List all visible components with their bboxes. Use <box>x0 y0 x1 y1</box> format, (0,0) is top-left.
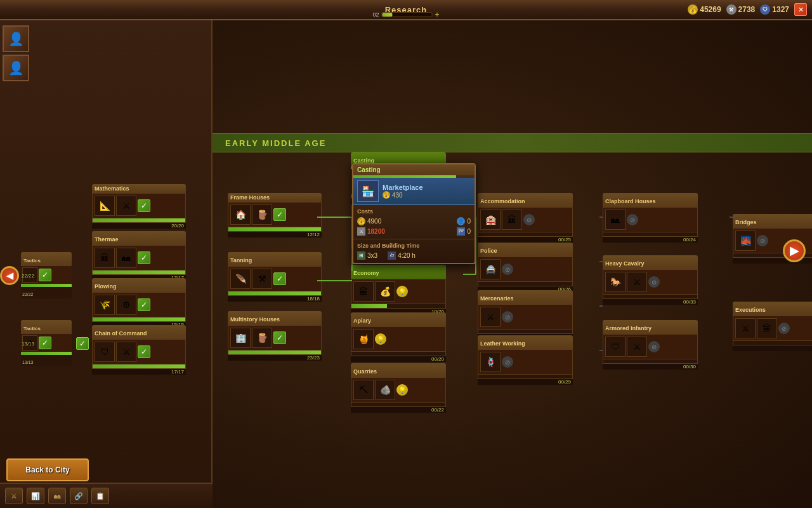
apiary-progress: 00/20 <box>431 356 444 362</box>
multistory-progress: 23/23 <box>307 355 320 361</box>
tooltip-casting-header: Casting <box>357 166 381 173</box>
size-header: Size and Building Time <box>357 243 471 249</box>
quarries-title: Quarries <box>353 368 377 375</box>
police-node[interactable]: Police 🚔 ⊘ 00/26 <box>478 243 573 292</box>
research-area: EARLY MIDDLE AGE Frame Houses 🏠 🪵 ✓ <box>213 20 812 508</box>
leather-progress: 00/29 <box>558 379 571 385</box>
cost-gold-value: 4900 <box>367 218 381 225</box>
economy-node[interactable]: Economy 🏛 💰 💡 10/26 <box>351 265 446 314</box>
cavalry-progress: 00/33 <box>683 299 696 305</box>
frame-icon2: 🪵 <box>252 204 272 225</box>
age-banner: EARLY MIDDLE AGE <box>213 133 812 152</box>
toolbar-btn-5[interactable]: 📋 <box>91 488 109 504</box>
top-bar: Research 💰 45269 ⚒ 2738 🛡 1327 ✕ 02 + <box>0 0 812 20</box>
accommodation-icon2: 🏛 <box>502 210 522 230</box>
quarries-icon2: 🪨 <box>375 380 395 400</box>
multistory-title: Multistory Houses <box>230 316 280 323</box>
apiary-node[interactable]: Apiary 🍯 💡 00/20 <box>351 312 446 362</box>
sword-icon: ⚒ <box>726 4 737 15</box>
chain-node[interactable]: Chain of Command 🛡 ⚔ ✓ 17/17 <box>92 325 186 375</box>
tanning-icon2: ⚒ <box>252 269 272 289</box>
gold-value: 45269 <box>700 5 721 14</box>
progress-fill <box>383 13 393 17</box>
quarries-icon1: ⛏ <box>353 380 374 400</box>
frame-houses-node[interactable]: Frame Houses 🏠 🪵 ✓ 12/12 <box>228 193 322 237</box>
multistory-icon1: 🏢 <box>230 328 251 348</box>
heavy-cavalry-title: Heavy Cavalry <box>605 260 645 267</box>
accommodation-lock: ⊘ <box>523 214 535 225</box>
executions-node[interactable]: Executions ⚔ 🏛 ⊘ 00/20 <box>733 302 812 351</box>
chain-icon2: ⚔ <box>116 342 136 362</box>
shield-resource: 🛡 1327 <box>760 4 789 15</box>
plus-icon[interactable]: + <box>435 10 440 19</box>
toolbar-btn-4[interactable]: 🔗 <box>70 488 88 504</box>
multistory-node[interactable]: Multistory Houses 🏢 🪵 ✓ 23/23 <box>228 311 322 361</box>
thermae-icon2: 🏘 <box>116 248 136 268</box>
avatar-2[interactable]: 👤 <box>3 55 29 81</box>
tanning-icon1: 🪶 <box>230 269 251 289</box>
tanning-progress: 18/18 <box>307 296 320 302</box>
shield-icon: 🛡 <box>760 4 770 15</box>
multistory-icon2: 🪵 <box>252 328 272 348</box>
leather-node[interactable]: Leather Working 🪢 ⊘ 00/29 <box>478 335 573 385</box>
economy-bulb: 💡 <box>396 286 408 297</box>
sword-resource: ⚒ 2738 <box>726 4 756 15</box>
leather-icon: 🪢 <box>480 352 501 372</box>
frame-icon1: 🏠 <box>230 204 251 225</box>
executions-lock: ⊘ <box>778 323 790 334</box>
frame-houses-title: Frame Houses <box>230 194 270 201</box>
plowing-check: ✓ <box>138 298 150 311</box>
police-title: Police <box>480 248 497 254</box>
tactics-left-progress: 22/22 <box>22 292 34 297</box>
cavalry-icon: 🐎 <box>605 272 625 292</box>
clapboard-node[interactable]: Clapboard Houses 🏘 ⊘ 00/24 <box>603 193 698 243</box>
cost-gold-icon: 💰 <box>357 217 365 225</box>
apiary-bulb: 💡 <box>375 333 386 345</box>
thermae-node[interactable]: Thermae 🏛 🏘 ✓ 17/17 <box>92 231 186 281</box>
accommodation-title: Accommodation <box>480 198 525 204</box>
accommodation-progress: 00/25 <box>558 237 571 243</box>
toolbar-btn-2[interactable]: 📊 <box>27 488 44 504</box>
toolbar-btn-3[interactable]: 🏘 <box>48 488 66 504</box>
age-label: EARLY MIDDLE AGE <box>225 138 326 148</box>
quarries-node[interactable]: Quarries ⛏ 🪨 💡 00/22 <box>351 363 446 413</box>
research-progress-bar <box>382 12 433 17</box>
progress-label: 02 <box>372 11 379 18</box>
mercenaries-node[interactable]: Mercenaries ⚔ ⊘ 00/26 <box>478 290 573 340</box>
marketplace-name: Marketplace <box>383 184 423 191</box>
executions-icon1: ⚔ <box>735 318 756 338</box>
quarries-bulb: 💡 <box>396 384 408 396</box>
mathematics-node[interactable]: Mathematics 📐 ⚔ ✓ 20/20 <box>92 184 186 229</box>
tanning-node[interactable]: Tanning 🪶 ⚒ ✓ 18/18 <box>228 252 322 302</box>
close-button[interactable]: ✕ <box>794 3 807 16</box>
leather-title: Leather Working <box>480 340 525 347</box>
resource-panel: 💰 45269 ⚒ 2738 🛡 1327 ✕ <box>688 3 807 16</box>
cost-people-row: 👤 0 <box>457 217 471 225</box>
mercenaries-title: Mercenaries <box>480 295 514 302</box>
cavalry-icon2: ⚔ <box>627 272 647 292</box>
accommodation-node[interactable]: Accommodation 🏨 🏛 ⊘ 00/25 <box>478 193 573 243</box>
plowing-node[interactable]: Plowing 🌾 ⚙ ✓ 15/15 <box>92 278 186 328</box>
size-grid-row: ⊞ 3x3 <box>357 251 377 260</box>
armored-node[interactable]: Armored Infantry 🛡 ⚔ ⊘ 00/30 <box>603 320 698 370</box>
thermae-title: Thermae <box>95 236 119 243</box>
mathematics-icon: 📐 <box>95 196 115 216</box>
tactics-mid-check: ✓ <box>39 337 51 349</box>
gold-resource: 💰 45269 <box>688 4 721 15</box>
toolbar-btn-1[interactable]: ⚔ <box>5 488 23 504</box>
chain-icon1: 🛡 <box>95 342 115 362</box>
nav-left-arrow[interactable]: ◀ <box>0 266 19 285</box>
back-button-label: Back to City <box>25 465 69 474</box>
sword-value: 2738 <box>738 5 756 14</box>
mercenaries-lock: ⊘ <box>502 311 513 323</box>
back-to-city-button[interactable]: Back to City <box>6 458 89 481</box>
clapboard-lock: ⊘ <box>627 214 638 225</box>
avatar-1[interactable]: 👤 <box>3 25 29 52</box>
heavy-cavalry-node[interactable]: Heavy Cavalry 🐎 ⚔ ⊘ 00/33 <box>603 255 698 305</box>
tactics-left-check: ✓ <box>39 269 51 281</box>
tactics-mid-check2: ✓ <box>76 337 89 350</box>
marketplace-icon: 🏪 <box>357 180 379 202</box>
police-icon: 🚔 <box>480 259 501 279</box>
nav-right-arrow[interactable]: ▶ <box>783 239 806 262</box>
cost-gold-row: 💰 4900 <box>357 217 381 225</box>
